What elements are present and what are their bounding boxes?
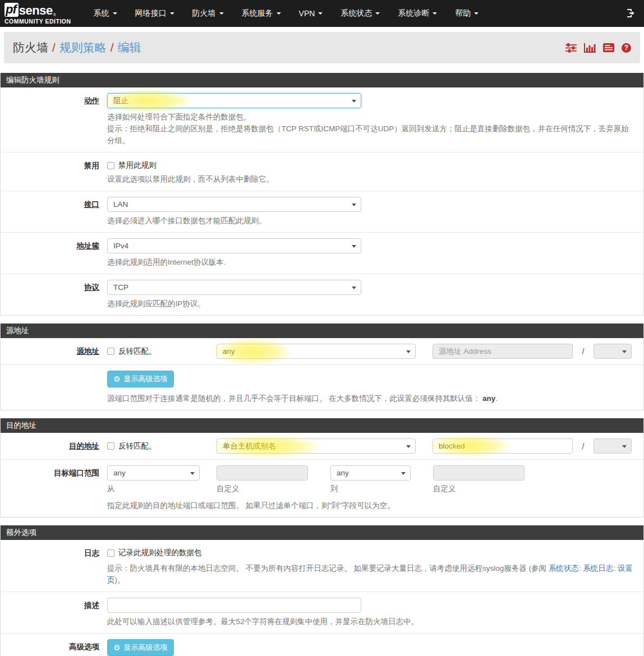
select-caret-icon — [622, 445, 627, 448]
source-mask-select — [594, 344, 632, 359]
interface-help: 选择必须进入哪个接口数据包才能匹配此规则。 — [107, 215, 634, 227]
port-to-sublabel: 到 — [330, 484, 411, 494]
destination-type-select[interactable]: 单台主机或别名 — [217, 438, 416, 454]
panel-title: 额外选项 — [6, 528, 36, 538]
row-destination-port-range: 目标端口范围 any 从 自定义 — [1, 459, 643, 517]
source-label: 源地址 — [1, 344, 107, 359]
port-to-custom-sublabel: 自定义 — [433, 484, 525, 494]
panel-source-header: 源地址 — [1, 324, 643, 338]
breadcrumb: 防火墙/规则策略/编辑 — [4, 32, 640, 63]
nav-item-firewall[interactable]: 防火墙 — [183, 1, 233, 26]
show-advanced-options-button[interactable]: ⚙ 显示高级选项 — [107, 639, 174, 656]
nav-item-diagnostics[interactable]: 系统诊断 — [389, 1, 446, 26]
panel-extra-options: 额外选项 日志 记录此规则处理的数据包 提示：防火墙具有有限的本地日志空间。 不… — [0, 525, 644, 656]
nav-item-help[interactable]: 帮助 — [446, 1, 487, 26]
select-caret-icon — [622, 350, 627, 353]
protocol-label: 协议 — [1, 280, 107, 309]
help-icon[interactable]: ? — [622, 43, 631, 53]
nav-item-status[interactable]: 系统状态 — [332, 1, 389, 26]
panel-source: 源地址 源地址 反转匹配。 any / — [0, 324, 644, 410]
logo-pf-mark: pf — [4, 3, 19, 17]
chevron-down-icon — [219, 12, 224, 15]
main-menu: 系统 网络接口 防火墙 系统服务 VPN 系统状态 系统诊断 帮助 — [85, 1, 488, 26]
destination-address-input[interactable] — [433, 438, 573, 454]
spacer-label — [1, 371, 107, 404]
port-from-custom-input — [217, 465, 308, 481]
log-help-text: 提示：防火墙具有有限的本地日志空间。 不要为所有内容打开日志记录。 如果要记录大… — [107, 564, 549, 572]
destination-mask-select — [594, 438, 632, 454]
nav-item-system[interactable]: 系统 — [85, 1, 126, 26]
row-source-address: 源地址 反转匹配。 any / — [1, 338, 643, 364]
description-input[interactable] — [107, 598, 361, 613]
port-from-select-value: any — [113, 469, 126, 477]
breadcrumb-edit-link[interactable]: 编辑 — [118, 41, 141, 54]
interface-select-value: LAN — [113, 200, 128, 209]
destination-invert-label: 反转匹配。 — [118, 441, 157, 451]
source-help: 源端口范围对于连接通常是随机的，并且几乎不会等于目标端口。 在大多数情况下，此设… — [107, 392, 634, 404]
select-caret-icon — [352, 287, 356, 289]
interface-select[interactable]: LAN — [107, 197, 361, 212]
destination-invert-checkbox[interactable] — [107, 442, 114, 450]
nav-item-label: 帮助 — [455, 8, 471, 19]
port-range-label: 目标端口范围 — [1, 465, 107, 511]
disabled-help: 设置此选项以禁用此规则，而不从列表中删除它。 — [107, 173, 634, 185]
disable-rule-checkbox[interactable] — [107, 162, 114, 169]
gear-icon: ⚙ — [113, 375, 121, 383]
mask-separator: / — [573, 347, 594, 356]
pfsense-logo[interactable]: pfsense® COMMUNITY EDITION — [4, 3, 71, 25]
sliders-icon[interactable] — [565, 43, 577, 53]
chevron-down-icon — [277, 12, 281, 15]
port-to-select[interactable]: any — [330, 465, 411, 481]
description-label: 描述 — [1, 598, 107, 627]
panel-title: 编辑防火墙规则 — [6, 75, 59, 85]
logout-icon[interactable] — [625, 8, 636, 20]
source-type-select[interactable]: any — [217, 344, 416, 359]
log-checkbox[interactable] — [107, 549, 114, 557]
source-address-input — [433, 344, 573, 359]
log-list-icon[interactable] — [603, 43, 614, 52]
source-invert-checkbox[interactable] — [107, 348, 114, 355]
address-family-help: 选择此规则适用的Internet协议版本. — [107, 256, 634, 268]
row-protocol: 协议 TCP 选择此规则应匹配的IP协议。 — [1, 274, 643, 315]
bar-chart-icon[interactable] — [584, 43, 596, 53]
select-caret-icon — [406, 350, 411, 353]
select-caret-icon — [352, 245, 356, 248]
action-select[interactable]: 阻止 — [107, 93, 361, 108]
action-help-2: 提示：拒绝和阻止之间的区别是，拒绝是将数据包（TCP RST或ICMP端口不可达… — [107, 123, 634, 146]
port-to-select-value: any — [337, 469, 349, 477]
disabled-label: 禁用 — [1, 158, 107, 185]
select-caret-icon — [406, 445, 411, 448]
protocol-select[interactable]: TCP — [107, 280, 361, 295]
interface-label: 接口 — [1, 197, 107, 227]
breadcrumb-rules-link[interactable]: 规则策略 — [59, 41, 107, 54]
port-from-select[interactable]: any — [107, 465, 200, 481]
nav-item-interfaces[interactable]: 网络接口 — [126, 1, 183, 26]
log-help: 提示：防火墙具有有限的本地日志空间。 不要为所有内容打开日志记录。 如果要记录大… — [107, 562, 634, 586]
mask-separator: / — [573, 442, 594, 451]
port-range-help: 指定此规则的目的地址端口或端口范围。 如果只过滤单个端口，则"到"字段可以为空。 — [107, 500, 634, 511]
nav-item-label: 系统状态 — [341, 8, 372, 19]
row-log: 日志 记录此规则处理的数据包 提示：防火墙具有有限的本地日志空间。 不要为所有内… — [1, 540, 643, 592]
row-action: 动作 阻止 选择如何处理符合下面指定条件的数据包。 提示：拒绝和阻止之间的区别是… — [1, 87, 643, 152]
port-from-custom-sublabel: 自定义 — [217, 484, 308, 494]
address-family-select[interactable]: IPv4 — [107, 238, 361, 253]
row-destination-address: 目的地址 反转匹配。 单台主机或别名 — [1, 433, 643, 459]
panel-edit-rule: 编辑防火墙规则 动作 阻止 选择如何处理符合下面指定条件的数据包。 提示：拒绝和… — [0, 73, 644, 316]
nav-item-label: 网络接口 — [135, 8, 167, 19]
panel-extra-options-header: 额外选项 — [1, 525, 643, 540]
logo-sense-text: sense — [19, 4, 53, 17]
nav-item-vpn[interactable]: VPN — [290, 1, 332, 26]
breadcrumb-separator: / — [48, 41, 59, 54]
action-label: 动作 — [1, 93, 107, 146]
nav-item-services[interactable]: 系统服务 — [233, 1, 290, 26]
chevron-down-icon — [170, 12, 174, 15]
chevron-down-icon — [433, 12, 437, 15]
panel-title: 目的地址 — [6, 421, 36, 431]
port-from-sublabel: 从 — [107, 484, 200, 494]
source-show-advanced-button[interactable]: ⚙ 显示高级选项 — [107, 371, 174, 387]
page-title: 防火墙/规则策略/编辑 — [13, 40, 141, 56]
address-family-label: 地址簇 — [1, 238, 107, 268]
question-glyph: ? — [622, 43, 631, 53]
nav-item-label: 系统 — [94, 8, 109, 19]
logo-edition-text: COMMUNITY EDITION — [4, 18, 71, 25]
